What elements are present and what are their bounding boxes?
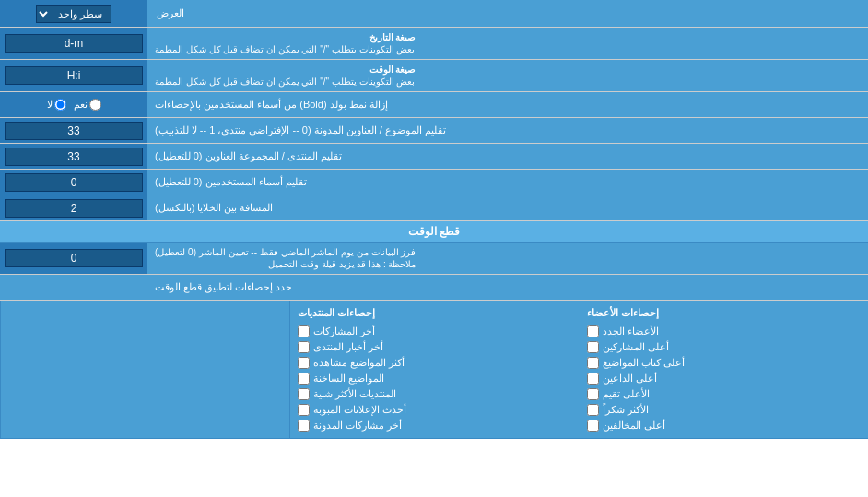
forum-group-sort-input-cell[interactable] (0, 144, 147, 169)
cutoff-section-header: قطع الوقت (0, 221, 868, 243)
most-thanked-item[interactable]: الأكثر شكراً (587, 402, 861, 418)
cell-distance-input-cell[interactable] (0, 195, 147, 220)
radio-yes[interactable] (89, 99, 101, 111)
top-select-cell[interactable]: سطر واحد سطرين ثلاثة أسطر (0, 0, 147, 27)
date-format-label-text: صيغة التاريخ بعض التكوينات يتطلب "/" الت… (155, 32, 415, 54)
forum-stats-col: إحصاءات المنتديات أخر المشاركات أخر أخبا… (289, 301, 579, 438)
cutoff-input[interactable] (5, 249, 143, 267)
top-raters-checkbox[interactable] (587, 388, 599, 400)
most-thanked-label: الأكثر شكراً (603, 404, 649, 416)
similar-forums-checkbox[interactable] (298, 388, 310, 400)
top-admins-item[interactable]: أعلى المخالفين (587, 418, 861, 433)
latest-posts-item[interactable]: أخر المشاركات (298, 324, 571, 339)
latest-memberships-label: أخر مشاركات المدونة (313, 420, 402, 432)
top-label-text: العرض (157, 7, 184, 19)
top-label: العرض (147, 0, 868, 27)
latest-news-item[interactable]: أخر أخبار المنتدى (298, 339, 571, 355)
user-names-sort-input-cell[interactable] (0, 170, 147, 195)
user-names-sort-input[interactable] (5, 173, 143, 192)
radio-yes-text: نعم (74, 99, 88, 111)
display-select[interactable]: سطر واحد سطرين ثلاثة أسطر (36, 5, 111, 23)
latest-topics-checkbox[interactable] (298, 373, 310, 385)
latest-topics-label: المواضيع الساخنة (313, 373, 384, 385)
date-format-input-cell[interactable] (0, 28, 147, 59)
latest-ads-label: أحدث الإعلانات المبوبة (313, 404, 406, 416)
cell-distance-label: المسافة بين الخلايا (بالبكسل) (147, 195, 868, 220)
most-viewed-checkbox[interactable] (298, 357, 310, 369)
bold-remove-label: إزالة نمط بولد (Bold) من أسماء المستخدمي… (147, 92, 868, 117)
bold-remove-radio-cell[interactable]: نعم لا (0, 92, 147, 117)
time-format-row: صيغة الوقت بعض التكوينات يتطلب "/" التي … (0, 60, 868, 92)
date-format-input[interactable] (5, 34, 143, 53)
top-posters-item[interactable]: أعلى المشاركين (587, 339, 861, 355)
user-names-sort-row: تقليم أسماء المستخدمين (0 للتعطيل) (0, 170, 868, 195)
latest-news-checkbox[interactable] (298, 341, 310, 353)
cutoff-input-cell[interactable] (0, 243, 147, 274)
similar-forums-item[interactable]: المنتديات الأكثر شبية (298, 386, 571, 402)
stats-header-row: حدد إحصاءات لتطبيق قطع الوقت (0, 275, 868, 301)
new-members-checkbox[interactable] (587, 325, 599, 337)
latest-news-label: أخر أخبار المنتدى (313, 341, 383, 353)
top-posters-checkbox[interactable] (587, 341, 599, 353)
top-row: العرض سطر واحد سطرين ثلاثة أسطر (0, 0, 868, 28)
latest-topics-item[interactable]: المواضيع الساخنة (298, 371, 571, 386)
forum-group-sort-label: تقليم المنتدى / المجموعة العناوين (0 للت… (147, 144, 868, 169)
latest-posts-checkbox[interactable] (298, 325, 310, 337)
forum-group-sort-label-text: تقليم المنتدى / المجموعة العناوين (0 للت… (155, 150, 342, 162)
radio-no-label[interactable]: لا (47, 99, 66, 111)
cutoff-label-inner: فرز البيانات من يوم الماشر الماضي فقط --… (155, 247, 416, 269)
top-posters2-label: أعلى الداعين (603, 373, 657, 385)
topic-title-sort-row: تقليم الموضوع / العناوين المدونة (0 -- ا… (0, 118, 868, 144)
latest-posts-label: أخر المشاركات (313, 325, 375, 337)
cutoff-label-text: فرز البيانات من يوم الماشر الماضي فقط --… (155, 247, 416, 257)
latest-memberships-item[interactable]: أخر مشاركات المدونة (298, 418, 571, 433)
cutoff-note-text: ملاحظة : هذا قد يزيد قيلة وقت التحميل (268, 259, 416, 269)
user-names-sort-label-text: تقليم أسماء المستخدمين (0 للتعطيل) (155, 176, 307, 188)
topic-title-sort-input[interactable] (5, 122, 143, 140)
most-thanked-checkbox[interactable] (587, 404, 599, 416)
top-authors-item[interactable]: أعلى كتاب المواضيع (587, 355, 861, 371)
forum-stats-title: إحصاءات المنتديات (298, 305, 571, 321)
top-authors-checkbox[interactable] (587, 357, 599, 369)
member-stats-title-text: إحصاءات الأعضاء (587, 307, 659, 319)
radio-yes-label[interactable]: نعم (74, 99, 101, 111)
cutoff-note-container: ملاحظة : هذا قد يزيد قيلة وقت التحميل (155, 259, 416, 269)
date-format-row: صيغة التاريخ بعض التكوينات يتطلب "/" الت… (0, 28, 868, 60)
time-format-input-cell[interactable] (0, 60, 147, 91)
time-format-label-text: صيغة الوقت بعض التكوينات يتطلب "/" التي … (155, 65, 415, 87)
bold-remove-label-text: إزالة نمط بولد (Bold) من أسماء المستخدمي… (155, 99, 388, 111)
top-posters-label: أعلى المشاركين (603, 341, 669, 353)
latest-memberships-checkbox[interactable] (298, 420, 310, 432)
new-members-item[interactable]: الأعضاء الجدد (587, 324, 861, 339)
latest-ads-checkbox[interactable] (298, 404, 310, 416)
topic-title-sort-input-cell[interactable] (0, 118, 147, 143)
forum-group-sort-input[interactable] (5, 148, 143, 166)
top-raters-item[interactable]: الأعلى تقيم (587, 386, 861, 402)
cutoff-label: فرز البيانات من يوم الماشر الماضي فقط --… (147, 243, 868, 274)
stats-header-text: حدد إحصاءات لتطبيق قطع الوقت (155, 281, 292, 293)
time-format-input[interactable] (5, 66, 143, 85)
member-stats-col: إحصاءات الأعضاء الأعضاء الجدد أعلى المشا… (580, 301, 868, 438)
empty-col (0, 301, 289, 438)
bold-remove-row: إزالة نمط بولد (Bold) من أسماء المستخدمي… (0, 92, 868, 118)
top-posters2-item[interactable]: أعلى الداعين (587, 371, 861, 386)
latest-ads-item[interactable]: أحدث الإعلانات المبوبة (298, 402, 571, 418)
top-raters-label: الأعلى تقيم (603, 388, 650, 400)
radio-no-text: لا (47, 99, 53, 111)
time-format-sublabel: بعض التكوينات يتطلب "/" التي يمكن ان تضا… (155, 77, 415, 87)
top-admins-checkbox[interactable] (587, 420, 599, 432)
new-members-label: الأعضاء الجدد (603, 325, 659, 337)
topic-title-sort-label-text: تقليم الموضوع / العناوين المدونة (0 -- ا… (155, 124, 446, 136)
user-names-sort-label: تقليم أسماء المستخدمين (0 للتعطيل) (147, 170, 868, 195)
cell-distance-input[interactable] (5, 199, 143, 218)
cell-distance-row: المسافة بين الخلايا (بالبكسل) (0, 195, 868, 221)
member-stats-title: إحصاءات الأعضاء (587, 305, 861, 321)
most-viewed-item[interactable]: أكثر المواضيع مشاهدة (298, 355, 571, 371)
top-posters2-checkbox[interactable] (587, 373, 599, 385)
time-format-label: صيغة الوقت بعض التكوينات يتطلب "/" التي … (147, 60, 868, 91)
checkbox-section: إحصاءات الأعضاء الأعضاء الجدد أعلى المشا… (0, 301, 868, 439)
forum-group-sort-row: تقليم المنتدى / المجموعة العناوين (0 للت… (0, 144, 868, 170)
radio-no[interactable] (54, 99, 66, 111)
date-format-label: صيغة التاريخ بعض التكوينات يتطلب "/" الت… (147, 28, 868, 59)
cutoff-section-title: قطع الوقت (408, 225, 460, 238)
